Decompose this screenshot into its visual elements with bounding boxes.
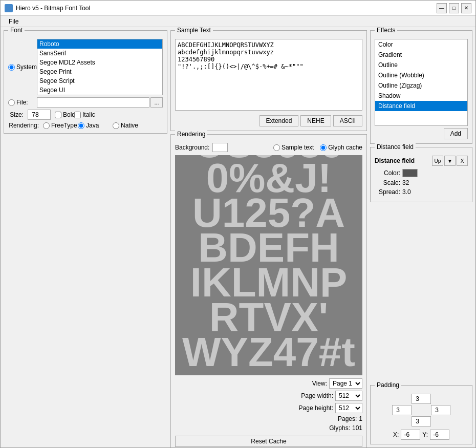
- padding-bottom-row: [412, 416, 431, 426]
- padding-top-input[interactable]: [412, 394, 431, 404]
- dist-spread-row: Spread: 3.0: [375, 188, 468, 196]
- minimize-button[interactable]: —: [437, 3, 447, 13]
- padding-bottom-input[interactable]: [412, 416, 431, 426]
- effect-color[interactable]: Color: [375, 39, 467, 50]
- distance-field-controls: Up ▼ X: [432, 156, 468, 166]
- close-button[interactable]: ✕: [461, 3, 471, 13]
- system-row: System: Roboto SansSerif Segoe MDL2 Asse…: [8, 39, 163, 95]
- extended-button[interactable]: Extended: [259, 115, 299, 126]
- dist-scale-label: Scale:: [375, 179, 400, 186]
- native-radio[interactable]: [113, 122, 119, 129]
- page-width-dropdown[interactable]: 512 256 1024: [335, 391, 362, 401]
- dist-spread-label: Spread:: [375, 188, 400, 196]
- italic-checkbox[interactable]: [74, 112, 81, 118]
- left-panel: Font System: Roboto SansSerif Segoe MDL2…: [4, 30, 167, 444]
- x-input[interactable]: [401, 430, 420, 440]
- glyph-cache-mode-radio[interactable]: [320, 144, 327, 151]
- file-radio-label: File:: [8, 99, 34, 106]
- middle-panel: Sample Text ABCDEFGHIJKLMNOPQRSTUVWXYZ a…: [170, 30, 367, 444]
- bold-checkbox[interactable]: [55, 112, 61, 118]
- glyphs-label: Glyphs:: [329, 424, 350, 432]
- freetype-radio[interactable]: [43, 122, 50, 129]
- title-bar-left: Hiero v5 - Bitmap Font Tool: [5, 4, 90, 12]
- pages-row: Pages: 1: [338, 415, 362, 422]
- rendering-group: Rendering Background: Sample text G: [170, 134, 367, 447]
- delete-button[interactable]: X: [457, 156, 468, 166]
- system-radio-label: System:: [8, 63, 34, 71]
- rendering-row: Rendering: FreeType Java Native: [8, 122, 163, 129]
- down-button[interactable]: ▼: [444, 156, 456, 166]
- page-height-label: Page height:: [299, 404, 333, 412]
- ascii-button[interactable]: ASCII: [333, 115, 362, 126]
- font-group: Font System: Roboto SansSerif Segoe MDL2…: [4, 30, 167, 134]
- sample-text-group: Sample Text ABCDEFGHIJKLMNOPQRSTUVWXYZ a…: [170, 30, 367, 131]
- menu-bar: File: [1, 16, 475, 27]
- background-label: Background:: [175, 144, 209, 151]
- add-btn-row: Add: [375, 128, 468, 139]
- font-list-item[interactable]: Segoe Print: [37, 67, 162, 76]
- dist-color-swatch[interactable]: [402, 169, 418, 177]
- page-height-dropdown[interactable]: 512 256 1024: [335, 403, 362, 413]
- window-controls: — □ ✕: [437, 3, 471, 13]
- sample-text-input[interactable]: ABCDEFGHIJKLMNOPQRSTUVWXYZ abcdefghijklm…: [175, 39, 362, 111]
- effects-list[interactable]: Color Gradient Outline Outline (Wobble) …: [375, 39, 468, 126]
- effect-outline-wobble[interactable]: Outline (Wobble): [375, 70, 467, 80]
- java-radio-label: Java: [78, 122, 109, 129]
- glyph-display-text: ()[]{$@Q|bd/ \fhklgipqyCG; OS36890%&J! U…: [175, 155, 362, 375]
- padding-group-title: Padding: [375, 381, 401, 389]
- up-button[interactable]: Up: [432, 156, 443, 166]
- view-dropdown[interactable]: Page 1: [329, 378, 362, 389]
- dist-color-row: Color:: [375, 169, 468, 177]
- effect-outline-zigzag[interactable]: Outline (Zigzag): [375, 80, 467, 91]
- system-radio[interactable]: [8, 64, 15, 71]
- maximize-button[interactable]: □: [449, 3, 459, 13]
- rendering-group-title: Rendering: [175, 131, 207, 138]
- effect-outline[interactable]: Outline: [375, 60, 467, 70]
- background-color-swatch[interactable]: [212, 143, 228, 152]
- add-effect-button[interactable]: Add: [444, 128, 468, 139]
- padding-controls: X: Y:: [375, 394, 468, 440]
- padding-top-row: [412, 394, 431, 404]
- size-row: Size: Bold Italic: [8, 110, 163, 120]
- bold-checkbox-label: Bold: [55, 111, 70, 118]
- x-label: X:: [393, 431, 399, 438]
- distance-field-header: Distance field Up ▼ X: [375, 156, 468, 166]
- main-window: Hiero v5 - Bitmap Font Tool — □ ✕ File F…: [0, 0, 476, 448]
- view-mode-radios: Sample text Glyph cache: [273, 144, 362, 151]
- font-list[interactable]: Roboto SansSerif Segoe MDL2 Assets Segoe…: [37, 39, 163, 95]
- effect-shadow[interactable]: Shadow: [375, 91, 467, 101]
- menu-file[interactable]: File: [5, 17, 23, 26]
- font-list-item[interactable]: Segoe UI: [37, 86, 162, 95]
- freetype-radio-label: FreeType: [43, 122, 74, 129]
- font-list-item[interactable]: Segoe MDL2 Assets: [37, 58, 162, 67]
- distance-field-group: Distance field Distance field Up ▼ X Col…: [370, 147, 472, 202]
- y-input[interactable]: [430, 430, 449, 440]
- file-path-input[interactable]: [37, 97, 149, 108]
- size-input[interactable]: [28, 110, 51, 120]
- font-list-item[interactable]: SansSerif: [37, 49, 162, 58]
- sample-text-mode-radio[interactable]: [273, 144, 280, 151]
- nehe-button[interactable]: NEHE: [300, 115, 331, 126]
- padding-right-input[interactable]: [431, 405, 450, 415]
- rendering-top-row: Background: Sample text Glyph cache: [175, 143, 362, 152]
- rendering-label: Rendering:: [8, 122, 39, 129]
- dist-spread-value: 3.0: [402, 188, 411, 196]
- dist-scale-value: 32: [402, 179, 409, 186]
- glyph-canvas: ()[]{$@Q|bd/ \fhklgipqyCG; OS36890%&J! U…: [175, 155, 362, 375]
- padding-left-input[interactable]: [392, 405, 412, 415]
- sample-text-mode-label: Sample text: [273, 144, 314, 151]
- effect-gradient[interactable]: Gradient: [375, 50, 467, 60]
- reset-cache-button[interactable]: Reset Cache: [175, 436, 362, 447]
- file-row: File: ...: [8, 97, 163, 108]
- java-radio[interactable]: [78, 122, 84, 129]
- glyphs-row: Glyphs: 101: [329, 424, 362, 432]
- font-list-item[interactable]: Segoe Script: [37, 76, 162, 86]
- sample-text-buttons: Extended NEHE ASCII: [175, 115, 362, 126]
- title-bar: Hiero v5 - Bitmap Font Tool — □ ✕: [1, 1, 475, 16]
- effect-distance-field[interactable]: Distance field: [375, 101, 467, 111]
- browse-button[interactable]: ...: [150, 97, 163, 108]
- effects-group: Effects Color Gradient Outline Outline (…: [370, 30, 472, 144]
- file-radio[interactable]: [8, 99, 15, 106]
- padding-lr-row: [392, 405, 450, 415]
- font-list-item[interactable]: Roboto: [37, 39, 162, 49]
